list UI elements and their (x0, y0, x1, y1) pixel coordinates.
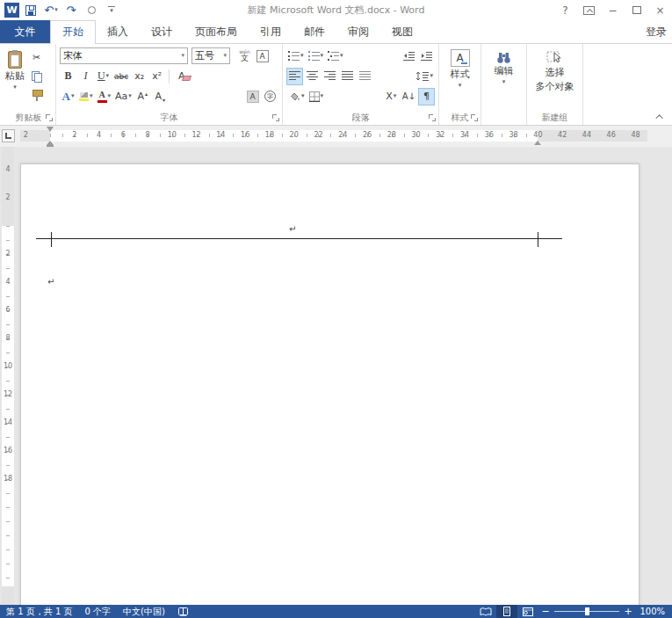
paste-button[interactable]: 粘贴 ▾ (2, 46, 28, 110)
line-spacing-button[interactable]: ▾ (414, 68, 435, 85)
increase-indent-button[interactable] (418, 47, 435, 65)
underline-dropdown-icon[interactable]: ▾ (106, 73, 110, 79)
copy-button[interactable] (28, 68, 45, 85)
select-multiple-objects-button[interactable]: 选择 多个对象 (532, 46, 578, 110)
styles-dialog-launcher[interactable] (470, 113, 479, 122)
shrink-font-button[interactable]: A ▾ (152, 88, 169, 105)
close-button[interactable]: × (648, 2, 672, 19)
font-size-select[interactable]: 五号 ▾ (191, 47, 230, 64)
zoom-out-button[interactable]: − (538, 606, 553, 617)
zoom-slider-thumb[interactable] (585, 607, 589, 615)
font-color-dropdown-icon[interactable]: ▾ (108, 93, 112, 99)
styles-dropdown-icon[interactable]: ▾ (459, 83, 462, 89)
show-formatting-marks-button[interactable]: ¶ (418, 88, 435, 105)
editing-dropdown-icon[interactable]: ▾ (502, 79, 506, 85)
print-layout-button[interactable] (496, 605, 517, 618)
proofing-status-button[interactable] (171, 605, 195, 618)
numbering-dropdown-icon[interactable]: ▾ (321, 53, 324, 59)
font-size-dropdown-icon[interactable]: ▾ (223, 53, 227, 59)
character-shading-button[interactable]: A (244, 88, 261, 105)
styles-button[interactable]: A 样式 ▾ (447, 46, 473, 110)
clear-formatting-button[interactable]: A (173, 68, 190, 85)
font-color-button[interactable]: A ▾ (96, 88, 113, 105)
tab-3[interactable]: 设计 (140, 20, 184, 43)
justify-button[interactable] (339, 68, 356, 85)
character-border-button[interactable]: A (254, 47, 271, 65)
font-name-dropdown-icon[interactable]: ▾ (181, 53, 184, 59)
sign-in-link[interactable]: 登录 (646, 20, 672, 43)
paragraph-dialog-launcher[interactable] (428, 113, 437, 122)
tab-7[interactable]: 审阅 (336, 20, 380, 43)
numbering-button[interactable]: ▾ (307, 47, 326, 65)
collapse-ribbon-button[interactable] (656, 113, 665, 120)
customize-qat-button[interactable]: ▾ (103, 2, 120, 18)
text-effects-dropdown-icon[interactable]: ▾ (71, 93, 75, 99)
redo-button[interactable]: ↷ (62, 2, 80, 18)
tab-4[interactable]: 页面布局 (184, 20, 249, 43)
underline-button[interactable]: U ▾ (95, 68, 112, 85)
h-ruler[interactable]: 2246810121416182022242628303234363840424… (20, 130, 647, 142)
line-spacing-dropdown-icon[interactable]: ▾ (430, 73, 433, 79)
clipboard-dialog-launcher[interactable] (45, 113, 54, 122)
align-right-button[interactable] (322, 68, 338, 85)
font-dialog-launcher[interactable] (271, 113, 280, 122)
align-left-button[interactable] (286, 68, 303, 85)
decrease-indent-button[interactable] (401, 47, 417, 65)
undo-button[interactable]: ↶ ▾ (42, 2, 60, 18)
zoom-in-button[interactable]: + (621, 606, 635, 617)
grow-font-button[interactable]: A ▴ (134, 88, 151, 105)
first-line-indent-marker[interactable] (47, 127, 54, 132)
document-page[interactable]: ↵ ↵ (20, 164, 639, 605)
tab-8[interactable]: 视图 (380, 20, 424, 43)
word-count[interactable]: 0 个字 (78, 605, 117, 618)
web-layout-button[interactable] (517, 605, 538, 618)
zoom-level[interactable]: 100% (635, 607, 672, 616)
phonetic-guide-button[interactable]: wén 文 (236, 47, 253, 65)
word-app-icon[interactable]: W (4, 3, 19, 18)
page-indicator[interactable]: 第 1 页，共 1 页 (0, 605, 78, 618)
v-ruler[interactable]: 4224681012141618 (0, 147, 16, 605)
cut-button[interactable]: ✂ (28, 48, 45, 66)
shading-button[interactable]: ▾ (286, 88, 307, 105)
asian-layout-dropdown-icon[interactable]: ▾ (394, 93, 397, 99)
read-mode-button[interactable] (475, 605, 496, 618)
undo-dropdown-icon[interactable]: ▾ (54, 7, 58, 13)
text-highlight-button[interactable]: ▾ (77, 88, 95, 105)
shading-dropdown-icon[interactable]: ▾ (301, 93, 305, 99)
tab-1[interactable]: 开始 (50, 20, 96, 44)
language-indicator[interactable]: 中文(中国) (117, 605, 171, 618)
bullets-button[interactable]: ▾ (286, 47, 306, 65)
multilevel-list-dropdown-icon[interactable]: ▾ (340, 53, 343, 59)
ribbon-display-options-button[interactable] (577, 2, 601, 19)
multilevel-list-button[interactable]: ▾ (326, 47, 345, 65)
bold-button[interactable]: B (60, 68, 76, 85)
asian-layout-button[interactable]: X ▾ (383, 88, 400, 105)
font-name-select[interactable]: 宋体 ▾ (60, 47, 188, 64)
strikethrough-button[interactable]: abc (112, 68, 130, 85)
borders-dropdown-icon[interactable]: ▾ (321, 93, 324, 99)
maximize-button[interactable] (625, 2, 648, 19)
enclose-characters-button[interactable]: 字 (262, 88, 278, 105)
right-indent-marker[interactable] (534, 141, 541, 145)
text-highlight-dropdown-icon[interactable]: ▾ (90, 93, 93, 99)
tab-2[interactable]: 插入 (96, 20, 140, 43)
save-button[interactable] (22, 2, 40, 18)
zoom-slider[interactable] (554, 605, 619, 618)
text-effects-button[interactable]: A ▾ (60, 88, 76, 105)
subscript-button[interactable]: x₂ (131, 68, 148, 85)
file-tab[interactable]: 文件 (0, 20, 50, 43)
format-painter-button[interactable] (28, 87, 45, 105)
tab-stop-selector[interactable] (2, 129, 15, 142)
bullets-dropdown-icon[interactable]: ▾ (300, 53, 304, 59)
document-area[interactable]: 4224681012141618 ↵ ↵ (0, 147, 672, 605)
superscript-button[interactable]: x² (148, 68, 165, 85)
tab-5[interactable]: 引用 (249, 20, 293, 43)
italic-button[interactable]: I (77, 68, 94, 85)
touch-mode-button[interactable] (83, 2, 100, 18)
help-button[interactable]: ? (553, 2, 577, 19)
borders-button[interactable]: ▾ (307, 88, 326, 105)
distribute-button[interactable] (357, 68, 373, 85)
minimize-button[interactable]: − (601, 2, 625, 19)
tab-6[interactable]: 邮件 (293, 20, 336, 43)
paste-dropdown-icon[interactable]: ▾ (13, 84, 17, 91)
